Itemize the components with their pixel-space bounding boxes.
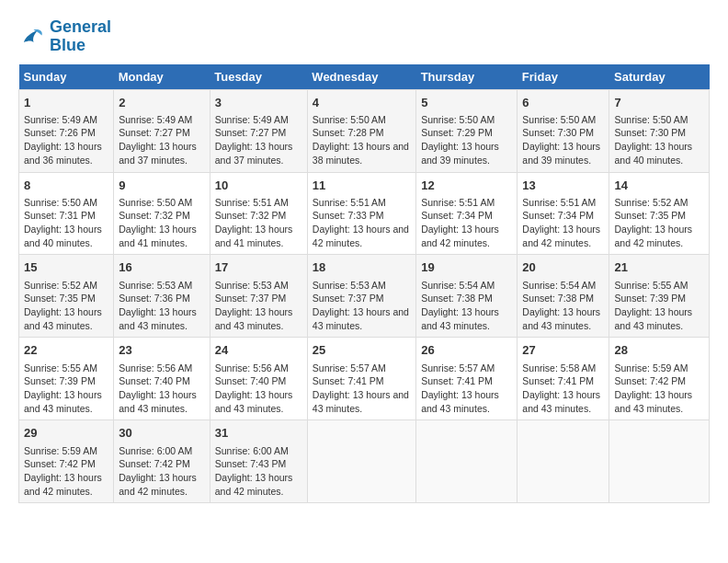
day-number: 13 xyxy=(522,178,604,194)
sunrise-text: Sunrise: 5:54 AM xyxy=(522,280,596,291)
logo-text: General Blue xyxy=(50,18,111,55)
sunrise-text: Sunrise: 6:00 AM xyxy=(215,445,289,456)
daylight-text: Daylight: 13 hours and 43 minutes. xyxy=(215,389,293,414)
calendar-cell: 4Sunrise: 5:50 AMSunset: 7:28 PMDaylight… xyxy=(307,89,415,172)
sunrise-text: Sunrise: 5:58 AM xyxy=(522,362,596,373)
daylight-text: Daylight: 13 hours and 41 minutes. xyxy=(215,224,293,248)
daylight-text: Daylight: 13 hours and 42 minutes. xyxy=(614,224,692,248)
sunrise-text: Sunrise: 5:49 AM xyxy=(215,114,289,125)
daylight-text: Daylight: 13 hours and 43 minutes. xyxy=(24,389,102,414)
calendar-cell: 21Sunrise: 5:55 AMSunset: 7:39 PMDayligh… xyxy=(609,255,710,338)
sunrise-text: Sunrise: 5:51 AM xyxy=(421,197,495,208)
calendar-cell: 10Sunrise: 5:51 AMSunset: 7:32 PMDayligh… xyxy=(210,172,307,255)
daylight-text: Daylight: 13 hours and 41 minutes. xyxy=(119,224,197,248)
sunrise-text: Sunrise: 5:53 AM xyxy=(215,280,289,291)
calendar-table: SundayMondayTuesdayWednesdayThursdayFrid… xyxy=(18,64,710,504)
daylight-text: Daylight: 13 hours and 37 minutes. xyxy=(215,141,293,166)
day-number: 23 xyxy=(119,342,205,359)
sunset-text: Sunset: 7:34 PM xyxy=(421,210,493,221)
calendar-cell: 17Sunrise: 5:53 AMSunset: 7:37 PMDayligh… xyxy=(210,255,307,338)
calendar-cell: 24Sunrise: 5:56 AMSunset: 7:40 PMDayligh… xyxy=(210,338,307,420)
day-number: 28 xyxy=(614,342,704,359)
daylight-text: Daylight: 13 hours and 38 minutes. xyxy=(313,141,409,166)
calendar-cell: 2Sunrise: 5:49 AMSunset: 7:27 PMDaylight… xyxy=(114,89,210,172)
sunset-text: Sunset: 7:32 PM xyxy=(119,210,190,221)
daylight-text: Daylight: 13 hours and 43 minutes. xyxy=(313,306,409,331)
daylight-text: Daylight: 13 hours and 40 minutes. xyxy=(24,224,102,248)
sunset-text: Sunset: 7:27 PM xyxy=(215,127,287,138)
day-number: 7 xyxy=(614,95,704,111)
day-number: 9 xyxy=(119,178,205,194)
calendar-cell: 16Sunrise: 5:53 AMSunset: 7:36 PMDayligh… xyxy=(114,255,210,338)
daylight-text: Daylight: 13 hours and 39 minutes. xyxy=(522,141,600,166)
calendar-cell xyxy=(307,420,415,503)
sunset-text: Sunset: 7:40 PM xyxy=(215,375,287,386)
day-number: 6 xyxy=(522,95,604,111)
sunset-text: Sunset: 7:40 PM xyxy=(119,375,190,386)
daylight-text: Daylight: 13 hours and 43 minutes. xyxy=(24,306,102,331)
sunset-text: Sunset: 7:42 PM xyxy=(119,458,190,469)
sunrise-text: Sunrise: 5:51 AM xyxy=(313,197,386,208)
calendar-cell: 9Sunrise: 5:50 AMSunset: 7:32 PMDaylight… xyxy=(114,172,210,255)
sunrise-text: Sunrise: 5:53 AM xyxy=(313,280,386,291)
day-number: 26 xyxy=(421,342,512,359)
calendar-cell: 3Sunrise: 5:49 AMSunset: 7:27 PMDaylight… xyxy=(210,89,307,172)
sunrise-text: Sunrise: 5:53 AM xyxy=(119,280,192,291)
calendar-cell: 22Sunrise: 5:55 AMSunset: 7:39 PMDayligh… xyxy=(19,338,114,420)
sunrise-text: Sunrise: 5:52 AM xyxy=(24,280,97,291)
sunset-text: Sunset: 7:26 PM xyxy=(24,127,96,138)
day-number: 24 xyxy=(215,342,302,359)
calendar-cell: 23Sunrise: 5:56 AMSunset: 7:40 PMDayligh… xyxy=(114,338,210,420)
sunrise-text: Sunrise: 5:59 AM xyxy=(24,445,97,456)
daylight-text: Daylight: 13 hours and 42 minutes. xyxy=(119,472,197,497)
day-number: 15 xyxy=(24,259,108,276)
sunset-text: Sunset: 7:27 PM xyxy=(119,127,190,138)
sunrise-text: Sunrise: 5:57 AM xyxy=(313,362,386,373)
day-number: 10 xyxy=(215,178,302,194)
day-number: 21 xyxy=(614,259,704,276)
daylight-text: Daylight: 13 hours and 42 minutes. xyxy=(313,224,409,248)
calendar-cell: 12Sunrise: 5:51 AMSunset: 7:34 PMDayligh… xyxy=(416,172,518,255)
calendar-cell: 14Sunrise: 5:52 AMSunset: 7:35 PMDayligh… xyxy=(609,172,710,255)
sunset-text: Sunset: 7:39 PM xyxy=(614,293,686,304)
daylight-text: Daylight: 13 hours and 42 minutes. xyxy=(421,224,499,248)
sunrise-text: Sunrise: 5:50 AM xyxy=(614,114,688,125)
day-header-saturday: Saturday xyxy=(609,64,710,90)
day-number: 4 xyxy=(313,95,411,111)
daylight-text: Daylight: 13 hours and 43 minutes. xyxy=(215,306,293,331)
sunset-text: Sunset: 7:42 PM xyxy=(24,458,96,469)
sunrise-text: Sunrise: 5:51 AM xyxy=(215,197,289,208)
sunset-text: Sunset: 7:30 PM xyxy=(522,127,594,138)
sunrise-text: Sunrise: 6:00 AM xyxy=(119,445,192,456)
daylight-text: Daylight: 13 hours and 43 minutes. xyxy=(119,306,197,331)
calendar-cell: 7Sunrise: 5:50 AMSunset: 7:30 PMDaylight… xyxy=(609,89,710,172)
sunset-text: Sunset: 7:35 PM xyxy=(24,293,96,304)
sunset-text: Sunset: 7:38 PM xyxy=(421,293,493,304)
sunrise-text: Sunrise: 5:49 AM xyxy=(24,114,97,125)
sunset-text: Sunset: 7:37 PM xyxy=(215,293,287,304)
sunrise-text: Sunrise: 5:49 AM xyxy=(119,114,192,125)
calendar-cell: 31Sunrise: 6:00 AMSunset: 7:43 PMDayligh… xyxy=(210,420,307,503)
day-number: 25 xyxy=(313,342,411,359)
daylight-text: Daylight: 13 hours and 43 minutes. xyxy=(119,389,197,414)
sunrise-text: Sunrise: 5:54 AM xyxy=(421,280,495,291)
calendar-header-row: SundayMondayTuesdayWednesdayThursdayFrid… xyxy=(19,64,710,90)
sunrise-text: Sunrise: 5:55 AM xyxy=(614,280,688,291)
daylight-text: Daylight: 13 hours and 43 minutes. xyxy=(614,306,692,331)
daylight-text: Daylight: 13 hours and 40 minutes. xyxy=(614,141,692,166)
calendar-cell: 6Sunrise: 5:50 AMSunset: 7:30 PMDaylight… xyxy=(518,89,609,172)
sunset-text: Sunset: 7:34 PM xyxy=(522,210,594,221)
calendar-cell: 20Sunrise: 5:54 AMSunset: 7:38 PMDayligh… xyxy=(518,255,609,338)
sunset-text: Sunset: 7:39 PM xyxy=(24,375,96,386)
day-number: 20 xyxy=(522,259,604,276)
sunrise-text: Sunrise: 5:50 AM xyxy=(24,197,97,208)
day-number: 19 xyxy=(421,259,512,276)
daylight-text: Daylight: 13 hours and 43 minutes. xyxy=(522,389,600,414)
sunset-text: Sunset: 7:35 PM xyxy=(614,210,686,221)
day-number: 14 xyxy=(614,178,704,194)
sunset-text: Sunset: 7:42 PM xyxy=(614,375,686,386)
calendar-cell: 15Sunrise: 5:52 AMSunset: 7:35 PMDayligh… xyxy=(19,255,114,338)
day-header-sunday: Sunday xyxy=(19,64,114,90)
calendar-cell xyxy=(518,420,609,503)
calendar-cell: 1Sunrise: 5:49 AMSunset: 7:26 PMDaylight… xyxy=(19,89,114,172)
